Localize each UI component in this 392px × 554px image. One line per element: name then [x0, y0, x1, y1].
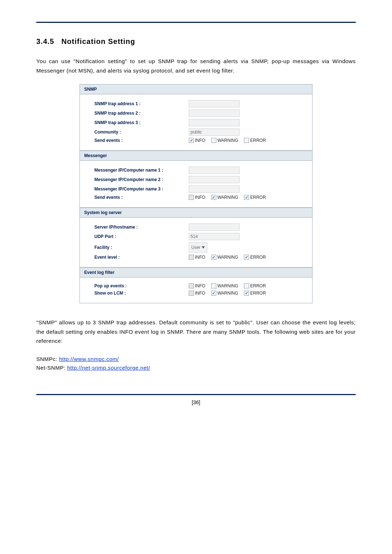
outro-paragraph: "SNMP" allows up to 3 SNMP trap addresse… [36, 318, 356, 346]
syslog-event-label: Event level : [94, 255, 189, 260]
section-number: 3.4.5 [36, 37, 54, 45]
syslog-body: Server IP/hostname : UDP Port : Facility… [80, 218, 312, 267]
filter-popup-label: Pop up events : [94, 283, 189, 288]
snmp-info-checkbox[interactable] [189, 138, 194, 143]
snmp-err-text: ERROR [250, 138, 266, 143]
msgr-err-checkbox[interactable] [244, 195, 249, 200]
msgr-ip3-row: Messenger IP/Computer name 3 : [94, 185, 307, 193]
lcm-err-checkbox[interactable] [244, 291, 249, 296]
snmp-addr1-label: SNMP trap address 1 : [94, 101, 189, 106]
snmp-addr3-input[interactable] [189, 119, 240, 126]
filter-popup-row: Pop up events : INFO WARNING ERROR [94, 283, 307, 288]
popup-warn-text: WARNING [217, 283, 238, 288]
msgr-info-checkbox[interactable] [189, 195, 194, 200]
reference-links: SNMPc: http://www.snmpc.com/ Net-SNMP: h… [36, 355, 356, 372]
page-number: [36] [36, 399, 356, 420]
lcm-err-text: ERROR [250, 291, 266, 296]
syslog-port-label: UDP Port : [94, 234, 189, 239]
section-title-text: Notification Setting [61, 37, 135, 45]
lcm-info-checkbox[interactable] [189, 291, 194, 296]
syslog-port-row: UDP Port : [94, 233, 307, 240]
snmp-send-label: Send events : [94, 138, 189, 143]
syslog-info-text: INFO [195, 255, 205, 260]
msgr-err-text: ERROR [250, 195, 266, 200]
syslog-port-input[interactable] [189, 233, 240, 240]
syslog-facility-value: User [191, 245, 200, 250]
syslog-header: System log server [80, 208, 312, 218]
syslog-warn-text: WARNING [217, 255, 238, 260]
syslog-warn-checkbox[interactable] [211, 255, 216, 260]
msgr-ip2-input[interactable] [189, 176, 240, 183]
popup-info-text: INFO [195, 283, 205, 288]
snmp-addr2-label: SNMP trap address 2 : [94, 111, 189, 116]
msgr-ip1-label: Messenger IP/Computer name 1 : [94, 168, 189, 173]
snmp-addr1-row: SNMP trap address 1 : [94, 100, 307, 107]
filter-header: Event log filter [80, 267, 312, 278]
snmp-warn-text: WARNING [217, 138, 238, 143]
snmp-err-checkbox[interactable] [244, 138, 249, 143]
snmp-community-label: Community : [94, 130, 189, 135]
lcm-info-text: INFO [195, 291, 205, 296]
filter-lcm-label: Show on LCM : [94, 291, 189, 296]
msgr-send-label: Send events : [94, 195, 189, 200]
snmp-addr3-label: SNMP trap address 3 : [94, 120, 189, 125]
syslog-err-checkbox[interactable] [244, 255, 249, 260]
popup-err-text: ERROR [250, 283, 266, 288]
messenger-header: Messenger [80, 151, 312, 161]
snmp-header: SNMP [80, 85, 312, 94]
messenger-body: Messenger IP/Computer name 1 : Messenger… [80, 161, 312, 208]
msgr-info-text: INFO [195, 195, 205, 200]
syslog-err-text: ERROR [250, 255, 266, 260]
snmp-community-input[interactable] [189, 128, 240, 136]
filter-body: Pop up events : INFO WARNING ERROR Show … [80, 278, 312, 303]
msgr-ip1-input[interactable] [189, 167, 240, 174]
snmp-addr1-input[interactable] [189, 100, 240, 107]
ref2-label: Net-SNMP: [36, 365, 65, 371]
msgr-warn-text: WARNING [217, 195, 238, 200]
syslog-host-input[interactable] [189, 223, 240, 231]
msgr-ip3-label: Messenger IP/Computer name 3 : [94, 186, 189, 192]
popup-err-checkbox[interactable] [244, 283, 249, 288]
snmp-body: SNMP trap address 1 : SNMP trap address … [80, 94, 312, 151]
msgr-ip2-label: Messenger IP/Computer name 2 : [94, 177, 189, 182]
snmp-warn-checkbox[interactable] [211, 138, 216, 143]
snmp-addr3-row: SNMP trap address 3 : [94, 119, 307, 126]
lcm-warn-checkbox[interactable] [211, 291, 216, 296]
snmp-addr2-input[interactable] [189, 110, 240, 117]
section-heading: 3.4.5 Notification Setting [36, 37, 356, 46]
netsnmp-link[interactable]: http://net-snmp.sourceforge.net/ [67, 365, 150, 371]
msgr-ip3-input[interactable] [189, 185, 240, 193]
msgr-ip2-row: Messenger IP/Computer name 2 : [94, 176, 307, 183]
popup-warn-checkbox[interactable] [211, 283, 216, 288]
snmp-send-row: Send events : INFO WARNING ERROR [94, 138, 307, 143]
popup-info-checkbox[interactable] [189, 283, 194, 288]
msgr-ip1-row: Messenger IP/Computer name 1 : [94, 167, 307, 174]
intro-paragraph: You can use "Notification setting" to se… [36, 57, 356, 75]
syslog-host-label: Server IP/hostname : [94, 225, 189, 230]
chevron-down-icon [202, 246, 205, 249]
syslog-event-row: Event level : INFO WARNING ERROR [94, 255, 307, 260]
snmp-addr2-row: SNMP trap address 2 : [94, 110, 307, 117]
syslog-facility-label: Facility : [94, 245, 189, 250]
bottom-rule [36, 394, 356, 395]
msgr-warn-checkbox[interactable] [211, 195, 216, 200]
msgr-send-row: Send events : INFO WARNING ERROR [94, 195, 307, 200]
lcm-warn-text: WARNING [217, 291, 238, 296]
snmp-info-text: INFO [195, 138, 205, 143]
snmpc-link[interactable]: http://www.snmpc.com/ [59, 356, 119, 362]
syslog-host-row: Server IP/hostname : [94, 223, 307, 231]
notification-settings-panel: SNMP SNMP trap address 1 : SNMP trap add… [79, 84, 313, 303]
syslog-info-checkbox[interactable] [189, 255, 194, 260]
filter-lcm-row: Show on LCM : INFO WARNING ERROR [94, 291, 307, 296]
snmp-community-row: Community : [94, 128, 307, 136]
syslog-facility-select[interactable]: User [189, 242, 207, 253]
ref1-label: SNMPc: [36, 356, 57, 362]
syslog-facility-row: Facility : User [94, 242, 307, 253]
top-rule [36, 22, 356, 23]
